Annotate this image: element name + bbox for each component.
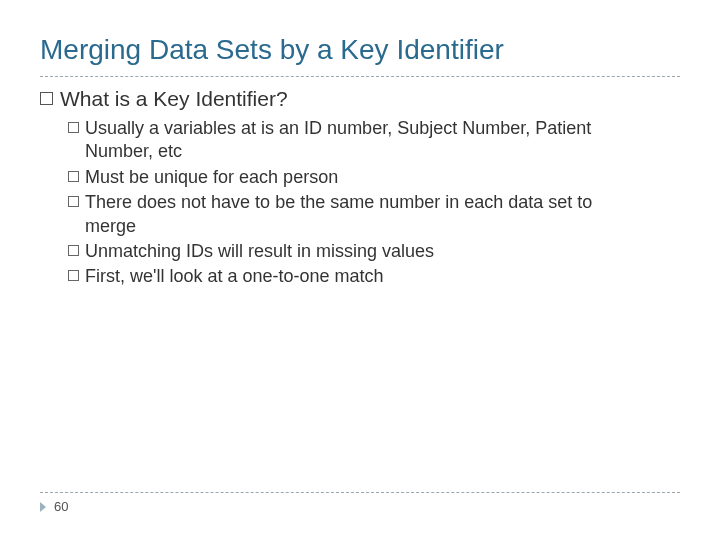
level1-item: What is a Key Identifier?	[40, 87, 680, 111]
arrow-right-icon	[40, 502, 46, 512]
square-bullet-icon	[68, 196, 79, 207]
footer-row: 60	[40, 499, 680, 514]
list-item: Must be unique for each person	[68, 166, 680, 189]
list-item-text: Must be unique for each person	[85, 166, 338, 189]
list-item: Unmatching IDs will result in missing va…	[68, 240, 680, 263]
square-bullet-icon	[68, 245, 79, 256]
list-item: First, we'll look at a one-to-one match	[68, 265, 680, 288]
list-item: There does not have to be the same numbe…	[68, 191, 680, 238]
slide-title: Merging Data Sets by a Key Identifier	[40, 34, 680, 72]
square-bullet-icon	[68, 122, 79, 133]
list-item: Usually a variables at is an ID number, …	[68, 117, 680, 164]
slide-footer: 60	[40, 492, 680, 514]
list-item-text: First, we'll look at a one-to-one match	[85, 265, 384, 288]
level1-text: What is a Key Identifier?	[60, 87, 288, 111]
square-bullet-icon	[40, 92, 53, 105]
square-bullet-icon	[68, 171, 79, 182]
list-item-text: Usually a variables at is an ID number, …	[85, 117, 645, 164]
list-item-text: Unmatching IDs will result in missing va…	[85, 240, 434, 263]
level1-block: What is a Key Identifier? Usually a vari…	[40, 87, 680, 289]
square-bullet-icon	[68, 270, 79, 281]
title-divider	[40, 76, 680, 77]
list-item-text: There does not have to be the same numbe…	[85, 191, 645, 238]
level2-list: Usually a variables at is an ID number, …	[68, 117, 680, 289]
footer-divider	[40, 492, 680, 493]
page-number: 60	[54, 499, 68, 514]
slide: Merging Data Sets by a Key Identifier Wh…	[0, 0, 720, 540]
